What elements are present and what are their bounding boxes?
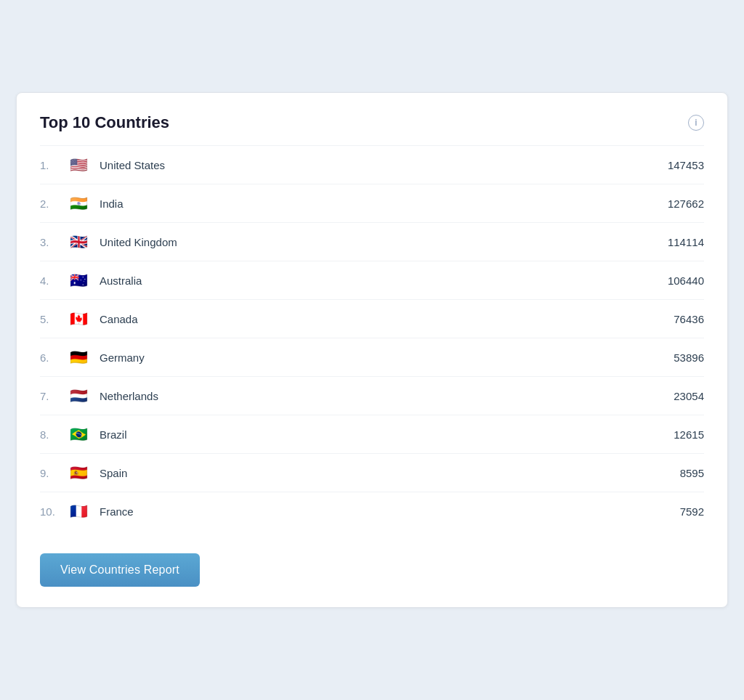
country-rank: 5. [40, 313, 68, 325]
country-flag: 🇦🇺 [68, 272, 89, 289]
country-list-item: 5. 🇨🇦 Canada 76436 [40, 299, 704, 338]
country-list-item: 7. 🇳🇱 Netherlands 23054 [40, 376, 704, 415]
country-name: United States [100, 159, 668, 171]
country-name: United Kingdom [100, 236, 668, 248]
country-rank: 8. [40, 428, 68, 441]
card-header: Top 10 Countries i [40, 113, 704, 132]
country-flag: 🇺🇸 [68, 156, 89, 174]
country-list-item: 3. 🇬🇧 United Kingdom 114114 [40, 222, 704, 261]
country-flag: 🇧🇷 [68, 426, 89, 443]
country-rank: 9. [40, 467, 68, 479]
country-value: 23054 [674, 390, 704, 402]
country-list-item: 6. 🇩🇪 Germany 53896 [40, 338, 704, 376]
info-icon[interactable]: i [688, 115, 704, 131]
country-name: Spain [100, 467, 680, 479]
country-flag: 🇳🇱 [68, 387, 89, 404]
country-value: 106440 [668, 274, 704, 287]
country-rank: 1. [40, 159, 68, 171]
view-countries-report-button[interactable]: View Countries Report [40, 553, 200, 587]
country-name: Netherlands [100, 390, 674, 402]
country-flag: 🇩🇪 [68, 349, 89, 366]
country-list-item: 2. 🇮🇳 India 127662 [40, 184, 704, 222]
country-name: India [100, 198, 668, 210]
country-name: France [100, 505, 680, 518]
card-title: Top 10 Countries [40, 113, 169, 132]
country-value: 76436 [674, 313, 704, 325]
country-value: 147453 [668, 159, 704, 171]
country-list-item: 4. 🇦🇺 Australia 106440 [40, 261, 704, 299]
country-list-item: 1. 🇺🇸 United States 147453 [40, 145, 704, 184]
country-name: Germany [100, 351, 674, 364]
country-flag: 🇨🇦 [68, 310, 89, 327]
country-rank: 10. [40, 505, 68, 518]
country-name: Australia [100, 274, 668, 287]
country-list: 1. 🇺🇸 United States 147453 2. 🇮🇳 India 1… [40, 145, 704, 530]
country-rank: 3. [40, 236, 68, 248]
country-rank: 7. [40, 390, 68, 402]
country-flag: 🇬🇧 [68, 233, 89, 251]
country-value: 8595 [680, 467, 704, 479]
country-list-item: 10. 🇫🇷 France 7592 [40, 492, 704, 530]
country-list-item: 8. 🇧🇷 Brazil 12615 [40, 415, 704, 453]
country-rank: 4. [40, 274, 68, 287]
card-footer: View Countries Report [40, 548, 704, 587]
country-flag: 🇮🇳 [68, 195, 89, 212]
country-name: Canada [100, 313, 674, 325]
country-rank: 6. [40, 351, 68, 364]
country-flag: 🇪🇸 [68, 464, 89, 481]
country-value: 114114 [668, 236, 704, 248]
top-countries-card: Top 10 Countries i 1. 🇺🇸 United States 1… [16, 92, 728, 608]
country-flag: 🇫🇷 [68, 502, 89, 520]
country-value: 12615 [674, 428, 704, 441]
country-list-item: 9. 🇪🇸 Spain 8595 [40, 453, 704, 492]
country-value: 7592 [680, 505, 704, 518]
country-value: 53896 [674, 351, 704, 364]
country-rank: 2. [40, 198, 68, 210]
country-value: 127662 [668, 198, 704, 210]
country-name: Brazil [100, 428, 674, 441]
